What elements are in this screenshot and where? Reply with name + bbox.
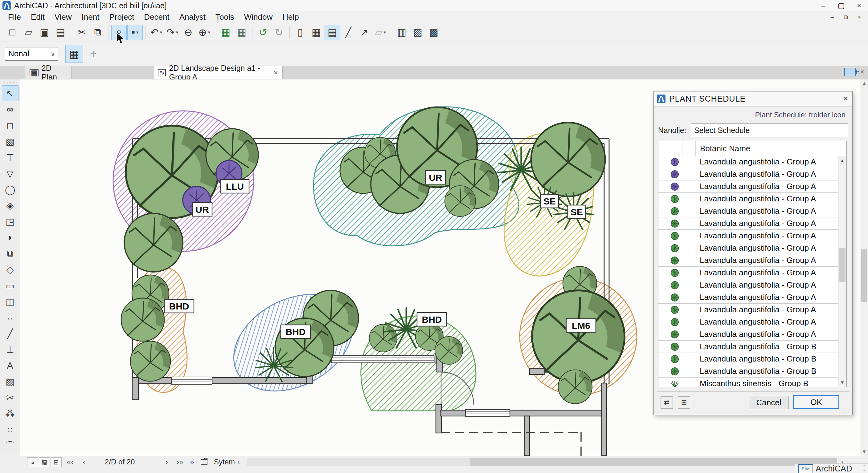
tool-marquee-select[interactable]: ∞ xyxy=(2,101,19,117)
schedule-row[interactable]: Lavandula angustifolia - Group A xyxy=(658,168,838,180)
schedule-table-button[interactable]: ▩ xyxy=(426,25,441,40)
menu-analyst[interactable]: Analyst xyxy=(175,12,211,23)
tool-select-arrow[interactable]: ↖ xyxy=(2,85,19,101)
schedule-row[interactable]: Lavandula angustifolia - Group B xyxy=(658,341,838,353)
schedule-row[interactable]: Lavandula angustifolia - Group A xyxy=(658,180,838,193)
list-header[interactable]: Botanic Name xyxy=(658,141,846,156)
tab-bar-close-icon[interactable]: × xyxy=(860,68,864,76)
schedule-row[interactable]: Lavandula angustifolia - Group A xyxy=(658,193,838,205)
tool-level-tool[interactable]: ⊥ xyxy=(2,341,19,358)
list-scroll-thumb[interactable] xyxy=(839,248,845,282)
schedule-edit-button[interactable]: ▨ xyxy=(410,25,425,40)
tool-lasso-tool[interactable]: ◌ xyxy=(2,421,19,438)
line-arrow-button[interactable]: ↗ xyxy=(356,25,372,40)
horizontal-scroll-thumb[interactable] xyxy=(470,458,837,466)
pen-button[interactable]: ╱ xyxy=(341,25,356,40)
column-header-botanic-name[interactable]: Botanic Name xyxy=(696,144,750,154)
dialog-close-icon[interactable]: × xyxy=(843,94,848,104)
grid-view-button[interactable]: ⊞ xyxy=(51,457,62,467)
dialog-title-bar[interactable]: PLANT SCHEDULE × xyxy=(654,92,852,106)
schedule-row[interactable]: Lavandula angustifolia - Group A xyxy=(658,242,838,255)
horizontal-scrollbar[interactable] xyxy=(247,458,837,466)
tool-trim-tool[interactable]: ✂ xyxy=(2,390,19,406)
schedule-row[interactable]: Lavandula angustifolia - Group A xyxy=(658,156,838,168)
tab-2d-plan[interactable]: ▤ 2D Plan xyxy=(25,66,71,79)
schedule-select-input[interactable]: Select Schedule xyxy=(691,124,848,137)
menu-file[interactable]: File xyxy=(3,12,26,23)
scroll-down-icon[interactable]: ▼ xyxy=(860,449,868,454)
tool-shell-tool[interactable]: ◗ xyxy=(2,229,19,245)
plan-settings-button[interactable]: ▦ xyxy=(65,45,83,63)
palette-grip[interactable]: :::::::::: xyxy=(3,81,18,85)
bim-panel-button[interactable]: ▦ xyxy=(218,25,233,40)
tool-ellipse-tool[interactable]: ◯ xyxy=(2,181,19,197)
tool-marquee-area[interactable]: ▨ xyxy=(2,374,19,390)
menu-help[interactable]: Help xyxy=(277,12,304,23)
hscroll-left-icon[interactable]: ‹ xyxy=(237,457,240,467)
first-page-icon[interactable]: «‹ xyxy=(67,457,74,467)
save-button[interactable]: ▣ xyxy=(37,25,52,40)
schedule-row[interactable]: Lavandula angustifolia - Group A xyxy=(658,205,838,217)
undo-button[interactable]: ↶▾ xyxy=(149,25,164,40)
schedule-row[interactable]: Lavandula angustifolia - Group B xyxy=(658,365,838,377)
menu-project[interactable]: Project xyxy=(104,12,139,23)
layers-button[interactable]: ▱▾ xyxy=(373,25,388,40)
tool-arc-tool[interactable]: ⌒ xyxy=(2,438,19,453)
dropdown-caret-icon[interactable]: ▾ xyxy=(176,30,179,35)
menu-tools[interactable]: Tools xyxy=(211,12,239,23)
tab-2d-landscape-design[interactable]: ∿ 2D Landscape Design a1 - Group A × xyxy=(153,66,283,79)
tool-mesh-tool[interactable]: ◇ xyxy=(2,262,19,277)
list-scrollbar[interactable]: ▲ ▼ xyxy=(838,156,846,387)
tab-close-icon[interactable]: × xyxy=(274,68,278,77)
dropdown-caret-icon[interactable]: ▾ xyxy=(160,30,162,35)
print-button[interactable]: ▤ xyxy=(53,25,68,40)
schedule-row[interactable]: Lavandula angustifolia - Group B xyxy=(658,353,838,365)
zoom-box-button[interactable]: ▩ xyxy=(39,457,50,467)
doc-restore-icon[interactable]: ⧉ xyxy=(839,12,852,22)
menu-decent[interactable]: Decent xyxy=(139,12,174,23)
tool-scatter-objects[interactable]: ⁂ xyxy=(2,406,19,421)
dropdown-caret-icon[interactable]: ▾ xyxy=(384,30,386,35)
menu-inent[interactable]: Inent xyxy=(77,12,104,23)
schedule-row[interactable]: Lavandula angustifolia - Group A xyxy=(658,230,838,242)
schedule-row[interactable]: Miscanthus sinensis - Group B xyxy=(658,377,838,387)
close-icon[interactable]: × xyxy=(850,0,868,11)
redo-button[interactable]: ↷▾ xyxy=(164,25,180,40)
building-table-button[interactable]: ▦ xyxy=(234,25,249,40)
open-folder-button[interactable]: ▱ xyxy=(21,25,36,40)
schedule-row[interactable]: Lavandula angustifolia - Group A xyxy=(658,217,838,230)
schedule-row[interactable]: Lavandula angustifolia - Group A xyxy=(658,304,838,316)
layout-view-button[interactable]: ▤ xyxy=(324,25,340,40)
fit-view-button[interactable]: ◕ xyxy=(27,457,38,467)
sync-button[interactable]: ↺ xyxy=(255,25,271,40)
list-scroll-up-icon[interactable]: ▲ xyxy=(838,158,846,163)
new-document-button[interactable]: □ xyxy=(5,25,20,40)
layer-combo[interactable]: Nonal ∨ xyxy=(5,47,58,61)
doc-close-icon[interactable]: × xyxy=(852,12,866,22)
minimize-icon[interactable]: – xyxy=(814,0,832,11)
cancel-button[interactable]: Cancel xyxy=(749,396,789,409)
tool-text-tool[interactable]: A xyxy=(2,358,19,374)
tool-slab-tool[interactable]: ▧ xyxy=(2,133,19,149)
dropdown-caret-icon[interactable]: ▾ xyxy=(208,30,211,35)
tool-dimension-tool[interactable]: ↔ xyxy=(2,309,19,326)
tool-wall-tool[interactable]: ⊓ xyxy=(2,117,19,133)
doc-minimize-icon[interactable]: – xyxy=(826,12,839,22)
transfer-items-button[interactable]: ⇄ xyxy=(660,396,673,409)
schedule-row[interactable]: Lavandula angustifolia - Group A xyxy=(658,255,838,267)
vertical-scrollbar[interactable]: ▲ ▼ xyxy=(860,79,868,456)
tool-roof-tool[interactable]: ▽ xyxy=(2,165,19,181)
zoom-out-button[interactable]: ⊖ xyxy=(181,25,196,40)
menu-window[interactable]: Window xyxy=(239,12,277,23)
zoom-in-button[interactable]: ⊕▾ xyxy=(197,25,212,40)
tool-object-star[interactable]: ◈ xyxy=(2,197,19,213)
dialog-resize-grip[interactable]: ⋮⋮ xyxy=(842,409,850,413)
tool-rectangle-tool[interactable]: ▭ xyxy=(2,277,19,294)
tool-door-tool[interactable]: ◫ xyxy=(2,294,19,309)
maximize-icon[interactable]: ▢ xyxy=(832,0,850,11)
tool-zone-tool[interactable]: ⧉ xyxy=(2,245,19,262)
next-page-icon[interactable]: › xyxy=(165,457,168,467)
floor-plan-button[interactable]: ▦ xyxy=(309,25,324,40)
schedule-row[interactable]: Lavandula angustifolia - Group A xyxy=(658,279,838,291)
vertical-scroll-thumb[interactable] xyxy=(861,249,867,302)
